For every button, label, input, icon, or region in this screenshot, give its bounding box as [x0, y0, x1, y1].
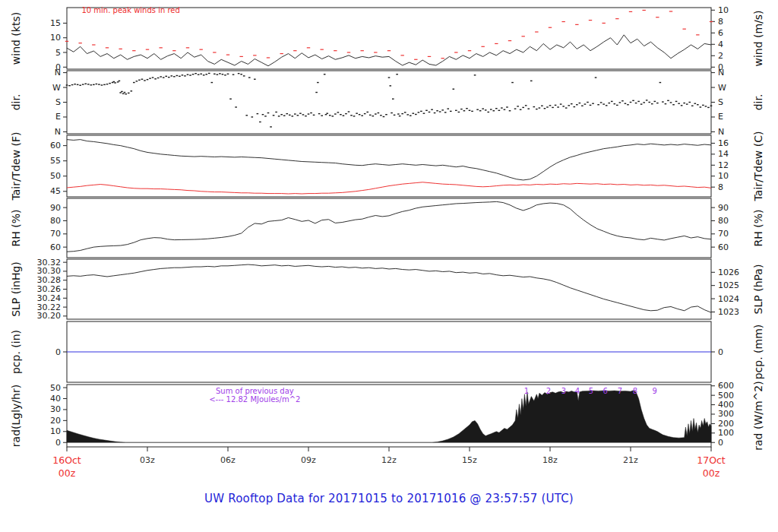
series-wind-direction-deg-point: [87, 84, 90, 84]
series-wind-direction-deg-point: [590, 105, 592, 106]
y-axis-title-left-pcp: pcp. (in): [10, 330, 22, 374]
series-wind-direction-deg-point: [152, 77, 154, 78]
y-axis-title-right-rh: RH (%): [752, 210, 764, 247]
chart-canvas: 0510150246810wind (kts)wind (m/s)10 min.…: [0, 0, 778, 532]
series-wind-direction-deg-point: [98, 84, 100, 84]
series-wind-direction-deg-point: [625, 103, 627, 104]
series-wind-direction-deg-point: [380, 115, 382, 116]
series-wind-direction-deg-point: [597, 104, 599, 105]
y-axis-title-left-rad: rad(Lgly/hr): [10, 385, 22, 447]
y-tick-label-left-slp: 30.26: [37, 284, 62, 294]
y-tick-label-left-wind: 15: [50, 18, 61, 28]
series-wind-direction-deg-point: [345, 113, 347, 114]
y-tick-label-right-rh: 70: [718, 229, 729, 239]
series-wind-direction-deg-point: [401, 113, 403, 114]
series-wind-direction-deg-point: [66, 84, 68, 85]
y-tick-label-left-rad: 10: [50, 426, 61, 436]
series-wind-direction-deg-point: [707, 107, 710, 108]
y-axis-title-left-slp: SLP (inHg): [10, 261, 22, 317]
series-wind-direction-deg-point: [294, 113, 296, 114]
series-wind-direction-deg-point: [525, 105, 527, 106]
y-tick-label-left-rad: 50: [50, 383, 61, 393]
series-wind-direction-deg-point: [343, 116, 345, 116]
y-tick-label-left-rad: 0: [55, 438, 61, 448]
y-axis-title-right-temp: Tair/Tdew (C): [752, 131, 764, 202]
y-tick-label-left-rad: 20: [50, 416, 61, 426]
series-wind-direction-deg-point: [533, 106, 536, 107]
series-wind-direction-deg-point: [200, 74, 202, 74]
series-wind-direction-deg-point: [587, 102, 589, 103]
y-axis-title-left-rh: RH (%): [10, 210, 22, 247]
series-wind-direction-deg-point: [487, 112, 489, 112]
y-tick-label-right-rad: 100: [718, 428, 734, 438]
series-wind-direction-deg-point: [71, 84, 74, 85]
series-wind-direction-deg-point: [366, 112, 368, 112]
series-wind-direction-deg-point: [310, 112, 312, 113]
series-wind-direction-deg-point: [117, 81, 119, 82]
series-wind-direction-deg-point: [479, 110, 482, 111]
series-wind-direction-deg-point: [90, 84, 93, 85]
series-wind-direction-deg-point: [334, 113, 337, 114]
y-axis-title-right-rad: rad (W/m^2): [752, 381, 764, 450]
y-tick-label-right-temp: 14: [718, 149, 729, 159]
series-wind-direction-deg-point: [697, 104, 699, 105]
series-wind-direction-deg-point: [275, 112, 277, 112]
series-wind-direction-deg-point: [141, 79, 144, 80]
series-wind-direction-deg-point: [194, 73, 197, 74]
series-wind-direction-deg-point: [441, 109, 444, 110]
series-wind-direction-deg-point: [171, 75, 173, 76]
series-wind-direction-deg-point: [286, 113, 288, 114]
y-tick-label-right-slp: 1023: [718, 307, 739, 317]
series-wind-direction-deg-point: [415, 114, 417, 115]
series-wind-direction-deg-point: [637, 101, 640, 102]
series-wind-direction-deg-point: [144, 80, 146, 81]
series-wind-direction-deg-point: [557, 106, 559, 107]
rad-event-marker-6: 6: [603, 387, 608, 395]
rad-event-marker-5: 5: [589, 387, 593, 395]
y-tick-label-left-temp: 45: [50, 186, 61, 196]
series-wind-direction-deg-point: [536, 109, 538, 109]
y-tick-label-right-rh: 60: [718, 242, 729, 252]
series-wind-direction-deg-point: [392, 98, 394, 99]
series-wind-direction-deg-point: [520, 109, 522, 110]
series-wind-direction-deg-point: [453, 89, 455, 90]
y-tick-label-right-slp: 1026: [718, 268, 739, 277]
series-wind-direction-deg-point: [482, 108, 484, 109]
series-wind-direction-deg-point: [595, 77, 597, 78]
series-wind-direction-deg-point: [584, 103, 587, 104]
y-tick-label-right-slp: 1024: [718, 294, 739, 304]
series-wind-direction-deg-point: [581, 106, 584, 106]
series-wind-direction-deg-point: [383, 116, 385, 117]
series-wind-direction-deg-point: [406, 114, 409, 115]
series-wind-direction-deg-point: [546, 106, 549, 107]
series-wind-direction-deg-point: [576, 104, 578, 105]
series-wind-direction-deg-point: [471, 111, 473, 112]
series-wind-direction-deg-point: [466, 108, 468, 109]
series-wind-direction-deg-point: [101, 84, 103, 85]
series-wind-direction-deg-point: [289, 115, 291, 116]
rad-sum-note-line2: <--- 12.82 MJoules/m^2: [209, 395, 300, 404]
y-tick-label-left-dir: W: [52, 83, 61, 93]
y-tick-label-left-slp: 30.20: [37, 311, 62, 321]
y-tick-label-right-temp: 12: [718, 160, 729, 170]
series-wind-direction-deg-point: [222, 74, 224, 74]
x-tick-label: 18z: [542, 455, 558, 465]
series-wind-direction-deg-point: [544, 108, 546, 109]
series-wind-direction-deg-point: [434, 112, 436, 113]
series-wind-direction-deg-point: [490, 109, 492, 109]
series-wind-direction-deg-point: [329, 115, 331, 116]
y-tick-label-right-rad: 600: [718, 381, 734, 391]
series-wind-direction-deg-point: [302, 114, 305, 115]
y-tick-label-right-rad: 300: [718, 409, 734, 419]
series-wind-direction-deg-point: [208, 73, 210, 74]
y-tick-label-right-slp: 1025: [718, 280, 739, 290]
y-tick-label-left-slp: 30.32: [37, 258, 62, 268]
series-wind-direction-deg-point: [517, 106, 519, 106]
series-wind-direction-deg-point: [458, 112, 460, 112]
series-wind-direction-deg-point: [474, 74, 476, 75]
series-wind-direction-deg-point: [592, 103, 594, 104]
series-wind-direction-deg-point: [643, 102, 645, 103]
rad-event-marker-1: 1: [524, 387, 529, 395]
y-tick-label-left-temp: 55: [50, 156, 61, 166]
rad-event-marker-9: 9: [653, 387, 657, 395]
